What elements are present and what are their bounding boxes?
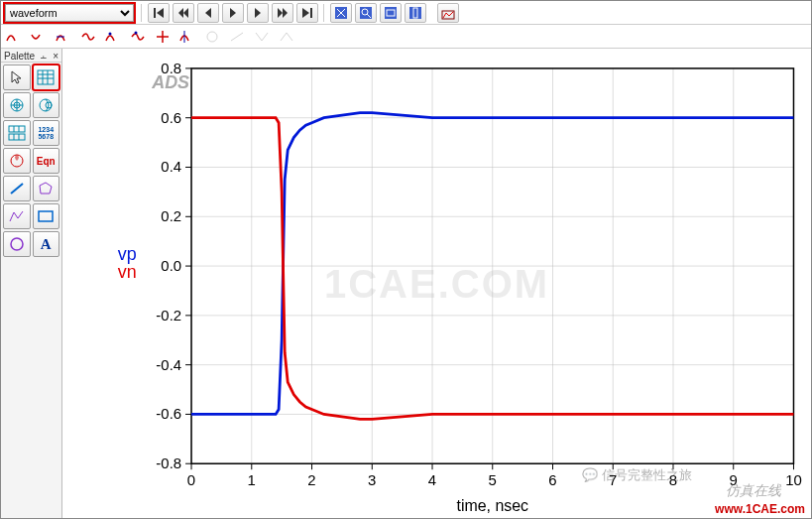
marker-clear-button[interactable] [153, 27, 174, 47]
polar-plot-tool[interactable] [3, 92, 31, 118]
svg-text:ADS: ADS [151, 72, 189, 92]
svg-point-28 [207, 32, 217, 42]
nav-prev-chapter-button[interactable] [173, 3, 194, 23]
svg-marker-8 [283, 8, 288, 18]
marker-btn-9[interactable] [227, 27, 249, 47]
nav-next-chapter-button[interactable] [272, 3, 293, 23]
svg-rect-48 [39, 211, 53, 221]
chart-area[interactable]: 012345678910-0.8-0.6-0.4-0.20.00.20.40.6… [62, 49, 811, 518]
svg-text:4: 4 [428, 471, 436, 488]
marker-btn-2[interactable] [29, 27, 51, 47]
palette-pin-icon[interactable]: ⫠ [39, 51, 49, 62]
svg-point-49 [11, 238, 23, 250]
svg-point-23 [109, 32, 112, 35]
nav-prev-button[interactable] [197, 3, 219, 23]
watermark-url: www.1CAE.com [715, 502, 805, 516]
nav-next-button[interactable] [247, 3, 269, 23]
svg-rect-0 [154, 8, 156, 18]
svg-marker-2 [178, 8, 183, 18]
line-tool[interactable] [3, 176, 31, 201]
zoom-select-button[interactable] [330, 3, 352, 23]
svg-marker-7 [278, 8, 283, 18]
svg-marker-6 [255, 8, 261, 18]
marker-btn-3[interactable] [54, 27, 75, 47]
svg-text:3: 3 [368, 471, 376, 488]
svg-text:2: 2 [307, 471, 315, 488]
select-tool[interactable] [3, 65, 31, 90]
smith-plot-tool[interactable] [33, 92, 60, 118]
svg-point-24 [135, 31, 138, 34]
list-tool[interactable]: 12345678 [33, 120, 60, 146]
svg-text:-0.4: -0.4 [156, 356, 181, 373]
marker-btn-5[interactable] [103, 27, 125, 47]
marker-btn-8[interactable] [202, 27, 224, 47]
plot-type-highlight: waveform [3, 2, 136, 24]
separator [141, 4, 142, 22]
chart-svg: 012345678910-0.8-0.6-0.4-0.20.00.20.40.6… [62, 49, 811, 518]
stacked-plot-tool[interactable] [3, 120, 31, 146]
zoom-out-button[interactable] [355, 3, 377, 23]
svg-text:-0.6: -0.6 [156, 405, 181, 422]
nav-first-button[interactable] [148, 3, 170, 23]
main-toolbar: waveform [1, 1, 811, 25]
palette-panel: Palette ⫠ × 12345678 Eqn A [1, 49, 62, 518]
svg-rect-41 [9, 134, 25, 140]
svg-text:vn: vn [118, 262, 137, 282]
equation-tool[interactable]: Eqn [33, 148, 60, 174]
svg-rect-19 [409, 7, 421, 19]
antenna-plot-tool[interactable] [3, 148, 31, 174]
svg-text:0.2: 0.2 [161, 207, 181, 224]
svg-marker-3 [183, 8, 188, 18]
svg-marker-4 [205, 8, 211, 18]
marker-btn-11[interactable] [277, 27, 298, 47]
polygon-tool[interactable] [33, 176, 60, 201]
palette-title-text: Palette [4, 51, 35, 62]
marker-toolbar [1, 25, 811, 49]
marker-btn-6[interactable] [128, 27, 150, 47]
rectangle-tool[interactable] [33, 203, 60, 229]
svg-text:0.0: 0.0 [161, 257, 181, 274]
text-tool[interactable]: A [33, 231, 60, 257]
plot-type-dropdown[interactable]: waveform [5, 4, 134, 22]
watermark-wechat: 💬 信号完整性之旅 [582, 466, 692, 484]
marker-btn-10[interactable] [252, 27, 274, 47]
svg-text:1: 1 [248, 471, 256, 488]
polyline-tool[interactable] [3, 203, 31, 229]
circle-tool[interactable] [3, 231, 31, 257]
svg-text:time, nsec: time, nsec [456, 497, 528, 514]
svg-marker-9 [302, 8, 309, 18]
svg-rect-40 [9, 126, 25, 132]
nav-last-button[interactable] [296, 3, 318, 23]
chart-properties-button[interactable] [437, 3, 459, 23]
svg-text:10: 10 [785, 471, 802, 488]
svg-line-47 [11, 184, 23, 194]
svg-text:0.4: 0.4 [161, 158, 181, 175]
svg-text:-0.2: -0.2 [156, 307, 181, 324]
rect-plot-tool[interactable] [33, 65, 60, 90]
palette-close-icon[interactable]: × [53, 51, 58, 62]
svg-text:-0.8: -0.8 [156, 454, 181, 471]
zoom-column-button[interactable] [405, 3, 426, 23]
marker-btn-7[interactable] [177, 27, 199, 47]
svg-rect-29 [38, 70, 54, 84]
separator [323, 4, 324, 22]
svg-marker-1 [157, 8, 164, 18]
nav-play-button[interactable] [222, 3, 244, 23]
watermark-zh: 仿真在线 [726, 482, 781, 500]
marker-btn-1[interactable] [4, 27, 26, 47]
svg-text:5: 5 [489, 471, 497, 488]
marker-btn-4[interactable] [78, 27, 100, 47]
palette-grid: 12345678 Eqn A [1, 62, 61, 259]
palette-title-bar: Palette ⫠ × [1, 49, 61, 62]
svg-marker-5 [230, 8, 236, 18]
svg-text:6: 6 [548, 471, 556, 488]
svg-rect-10 [310, 8, 312, 18]
zoom-rect-button[interactable] [380, 3, 402, 23]
svg-text:0.6: 0.6 [161, 109, 181, 126]
svg-text:0: 0 [187, 471, 195, 488]
